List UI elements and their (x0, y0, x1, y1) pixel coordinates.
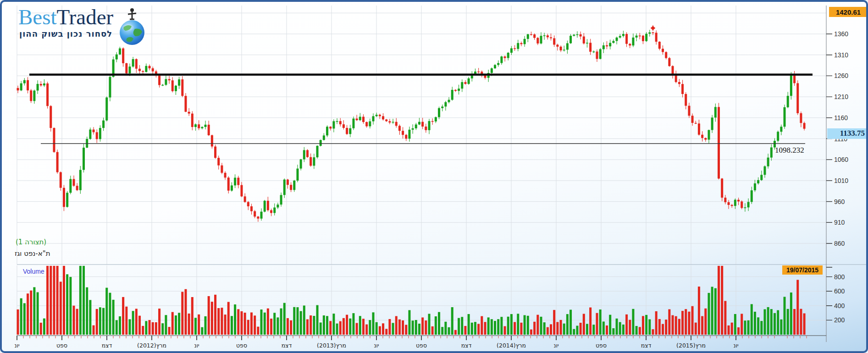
price-tick-label: 1210 (834, 93, 848, 100)
volume-bar (728, 325, 730, 335)
volume-bar (636, 326, 638, 335)
volume-bar (471, 323, 473, 335)
candle (592, 51, 595, 52)
candle (580, 34, 582, 37)
volume-bar (33, 287, 35, 335)
price-tick-label: 1060 (834, 156, 848, 163)
candle (96, 132, 98, 139)
candle (553, 38, 555, 44)
candle (365, 122, 368, 126)
candle (23, 80, 26, 83)
app-window: BestTrader לסחור נכון בשוק ההון 1420.61 … (0, 0, 868, 353)
candle (339, 121, 342, 124)
support-level-label: 1098.232 (775, 146, 804, 155)
volume-bar (231, 316, 233, 335)
candle (520, 43, 522, 44)
volume-bar (296, 307, 299, 335)
volume-bar (46, 266, 49, 335)
volume-bar (418, 324, 420, 335)
volume-bar (724, 301, 726, 335)
volume-bar (171, 312, 174, 335)
volume-bar (369, 320, 371, 335)
resistance-line[interactable] (29, 73, 813, 76)
candle (237, 178, 239, 185)
candle (161, 85, 164, 86)
volume-bar (234, 304, 236, 335)
volume-bar (276, 317, 279, 335)
volume-bar (629, 320, 631, 335)
candle (267, 201, 269, 210)
price-tick-label: 960 (834, 198, 845, 205)
candle (454, 90, 457, 91)
volume-bar (487, 317, 490, 335)
candle (122, 49, 124, 63)
candle (500, 56, 503, 63)
volume-bar (254, 315, 256, 335)
volume-bar (596, 313, 598, 335)
volume-bar (293, 307, 295, 335)
volume-bar (40, 323, 42, 335)
volume-bar (599, 309, 602, 335)
volume-bar (803, 313, 806, 335)
candle (767, 158, 769, 166)
price-tick-label: 1310 (834, 51, 848, 59)
candle (461, 82, 463, 88)
time-tick-label: יונ (14, 342, 19, 349)
candle (704, 138, 707, 140)
candle (17, 88, 19, 90)
candle (540, 36, 542, 44)
volume-bar (178, 313, 180, 335)
candle (273, 208, 276, 213)
candle (313, 157, 315, 165)
candle (698, 123, 700, 134)
candle (392, 122, 394, 123)
candle (303, 150, 305, 159)
candle (224, 173, 227, 177)
candle (639, 36, 641, 37)
volume-bar (287, 318, 289, 335)
volume-bar (128, 319, 131, 335)
candle (270, 210, 272, 213)
time-tick-label: יונ (194, 342, 199, 349)
volume-bar (497, 319, 499, 335)
volume-bar (352, 313, 354, 335)
candlestick-chart[interactable] (2, 2, 868, 353)
volume-bar (744, 320, 746, 335)
candle (616, 38, 618, 41)
candle (93, 130, 95, 132)
candle (217, 158, 220, 165)
candle (547, 35, 549, 37)
candle (306, 150, 309, 157)
volume-bar (573, 329, 575, 335)
candle (240, 185, 243, 197)
candle (105, 98, 108, 121)
volume-bar (606, 325, 608, 335)
candle (343, 124, 345, 128)
volume-bar (504, 326, 506, 335)
candle (250, 206, 253, 211)
logo-tagline: לסחור נכון בשוק ההון (19, 29, 112, 39)
volume-bar (688, 312, 690, 335)
candle (421, 122, 424, 127)
volume-bar (217, 308, 220, 335)
volume-bar (79, 266, 82, 335)
volume-bar (37, 292, 39, 335)
candle (737, 200, 740, 202)
volume-bar (468, 314, 470, 335)
volume-bar (227, 302, 230, 335)
candle (425, 127, 427, 130)
volume-bar (336, 324, 338, 335)
candle (678, 82, 680, 84)
candle (290, 185, 292, 190)
volume-bar (89, 300, 91, 335)
volume-bar (425, 320, 427, 335)
candle (514, 48, 516, 49)
volume-bar (444, 322, 447, 335)
candle (718, 107, 720, 178)
volume-bar (60, 281, 62, 335)
candle (69, 179, 72, 193)
candle (612, 41, 614, 43)
candle (188, 112, 190, 114)
candle (497, 63, 499, 65)
price-tick-label: 1360 (834, 30, 848, 38)
